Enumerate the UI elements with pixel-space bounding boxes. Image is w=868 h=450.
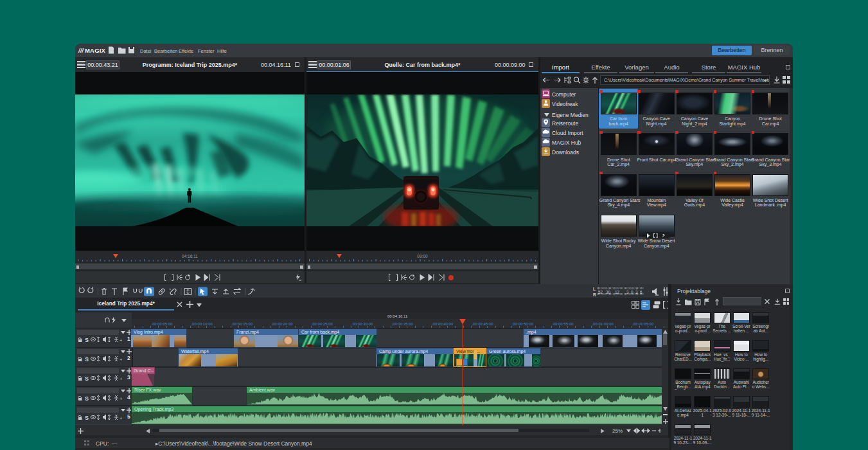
svg-text:+: + (120, 415, 122, 420)
svg-text:S: S (85, 414, 89, 420)
svg-text:+: + (120, 338, 122, 343)
svg-text:+: + (120, 376, 122, 381)
svg-text:S: S (85, 375, 89, 381)
svg-text:S: S (85, 356, 89, 362)
svg-text:S: S (85, 337, 89, 343)
svg-text:S: S (85, 395, 89, 401)
svg-text:+: + (120, 395, 122, 401)
svg-text:+: + (120, 357, 122, 362)
